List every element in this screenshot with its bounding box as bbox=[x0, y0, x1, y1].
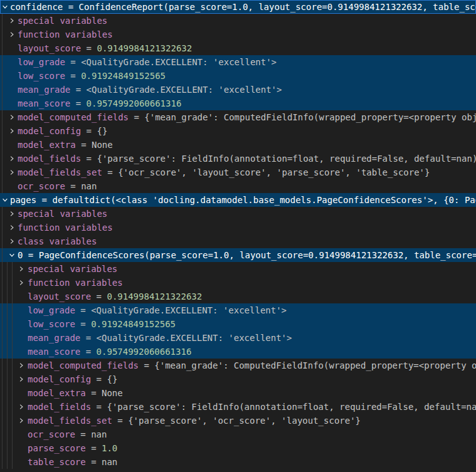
equals-separator: = bbox=[81, 43, 97, 53]
tree-row-mean_grade[interactable]: mean_grade = <QualityGrade.EXCELLENT: 'e… bbox=[0, 331, 476, 345]
row-content: layout_score = 0.9149984121322632 bbox=[0, 41, 192, 55]
tree-row-model_config[interactable]: model_config = {} bbox=[0, 372, 476, 386]
tree-row-model_config[interactable]: model_config = {} bbox=[0, 124, 476, 138]
chevron-right-icon[interactable] bbox=[7, 234, 17, 248]
chevron-right-icon[interactable] bbox=[7, 110, 17, 124]
chevron-right-icon[interactable] bbox=[7, 221, 17, 234]
tree-row-model_computed_fields[interactable]: model_computed_fields = {'mean_grade': C… bbox=[0, 110, 476, 124]
tree-row-layout_score[interactable]: layout_score = 0.9149984121322632 bbox=[0, 290, 476, 303]
chevron-right-icon[interactable] bbox=[16, 400, 26, 414]
chevron-right-icon[interactable] bbox=[16, 262, 26, 276]
tree-row-function-variables[interactable]: function variables bbox=[0, 276, 476, 290]
variable-name: model_computed_fields bbox=[18, 112, 129, 122]
indent-guide bbox=[2, 207, 3, 221]
row-content: model_computed_fields = {'mean_grade': C… bbox=[0, 359, 476, 372]
equals-separator: = bbox=[65, 71, 81, 81]
indent-guide bbox=[12, 262, 13, 276]
row-content: ocr_score = nan bbox=[0, 427, 107, 441]
indent-guide bbox=[12, 455, 13, 469]
variable-name: ocr_score bbox=[18, 181, 65, 191]
chevron-down-icon[interactable] bbox=[7, 248, 17, 262]
tree-row-confidence[interactable]: confidence = ConfidenceReport(parse_scor… bbox=[0, 0, 476, 14]
indent-guide bbox=[7, 372, 8, 386]
tree-row-pages[interactable]: pages = defaultdict(<class 'docling.data… bbox=[0, 193, 476, 207]
tree-row-special-variables[interactable]: special variables bbox=[0, 14, 476, 28]
indent-guide bbox=[2, 28, 3, 41]
tree-row-mean_grade[interactable]: mean_grade = <QualityGrade.EXCELLENT: 'e… bbox=[0, 83, 476, 97]
indent-guide bbox=[2, 248, 3, 262]
row-content: model_fields_set = {'ocr_score', 'layout… bbox=[0, 165, 430, 179]
chevron-right-icon[interactable] bbox=[16, 276, 26, 290]
tree-row-parse_score[interactable]: parse_score = 1.0 bbox=[0, 441, 476, 455]
chevron-right-icon[interactable] bbox=[7, 28, 17, 41]
tree-row-model_fields[interactable]: model_fields = {'parse_score': FieldInfo… bbox=[0, 152, 476, 165]
tree-row-ocr_score[interactable]: ocr_score = nan bbox=[0, 427, 476, 441]
tree-row-model_fields[interactable]: model_fields = {'parse_score': FieldInfo… bbox=[0, 400, 476, 414]
variable-name: model_fields_set bbox=[18, 167, 102, 177]
tree-row-mean_score[interactable]: mean_score = 0.9574992060661316 bbox=[0, 345, 476, 359]
variable-name: low_score bbox=[18, 71, 65, 81]
indent-guide bbox=[2, 97, 3, 110]
indent-guide bbox=[12, 441, 13, 455]
equals-separator: = bbox=[70, 98, 86, 108]
tree-row-model_fields_set[interactable]: model_fields_set = {'ocr_score', 'layout… bbox=[0, 165, 476, 179]
tree-row-model_extra[interactable]: model_extra = None bbox=[0, 386, 476, 400]
tree-row-table_score[interactable]: table_score = nan bbox=[0, 455, 476, 469]
indent-guide bbox=[7, 414, 8, 427]
tree-row-model_computed_fields[interactable]: model_computed_fields = {'mean_grade': C… bbox=[0, 359, 476, 372]
chevron-right-icon[interactable] bbox=[7, 152, 17, 165]
tree-row-function-variables[interactable]: function variables bbox=[0, 221, 476, 234]
indent-guide bbox=[2, 331, 3, 345]
equals-separator: = bbox=[23, 250, 38, 260]
row-content: model_extra = None bbox=[0, 138, 113, 152]
tree-row-0[interactable]: 0 = PageConfidenceScores(parse_score=1.0… bbox=[0, 248, 476, 262]
variable-name: layout_score bbox=[18, 43, 81, 53]
chevron-right-icon[interactable] bbox=[7, 207, 17, 221]
tree-row-low_score[interactable]: low_score = 0.91924849152565 bbox=[0, 69, 476, 83]
tree-row-low_score[interactable]: low_score = 0.91924849152565 bbox=[0, 317, 476, 331]
variable-value: PageConfidenceScores(parse_score=1.0, la… bbox=[39, 250, 476, 260]
chevron-right-icon[interactable] bbox=[16, 372, 26, 386]
indent-guide bbox=[7, 262, 8, 276]
tree-row-special-variables[interactable]: special variables bbox=[0, 207, 476, 221]
row-content: model_fields = {'parse_score': FieldInfo… bbox=[0, 400, 476, 414]
tree-row-low_grade[interactable]: low_grade = <QualityGrade.EXCELLENT: 'ex… bbox=[0, 303, 476, 317]
indent-guide bbox=[2, 345, 3, 359]
indent-guide bbox=[7, 455, 8, 469]
variable-name: model_computed_fields bbox=[28, 360, 139, 370]
variable-name: model_config bbox=[28, 374, 91, 384]
chevron-right-icon[interactable] bbox=[7, 165, 17, 179]
indent-guide bbox=[2, 165, 3, 179]
indent-guide bbox=[12, 276, 13, 290]
variable-value: 0.91924849152565 bbox=[91, 319, 176, 329]
equals-separator: = bbox=[75, 319, 91, 329]
variable-name: model_config bbox=[18, 126, 81, 136]
tree-row-function-variables[interactable]: function variables bbox=[0, 28, 476, 41]
tree-row-model_extra[interactable]: model_extra = None bbox=[0, 138, 476, 152]
equals-separator: = bbox=[91, 291, 107, 302]
tree-row-layout_score[interactable]: layout_score = 0.9149984121322632 bbox=[0, 41, 476, 55]
chevron-right-icon[interactable] bbox=[16, 414, 26, 427]
tree-row-model_fields_set[interactable]: model_fields_set = {'parse_score', 'ocr_… bbox=[0, 414, 476, 427]
chevron-down-icon[interactable] bbox=[0, 193, 10, 207]
indent-guide bbox=[2, 83, 3, 97]
tree-row-class-variables[interactable]: class variables bbox=[0, 234, 476, 248]
scope-label: special variables bbox=[18, 209, 107, 219]
chevron-right-icon[interactable] bbox=[7, 124, 17, 138]
chevron-down-icon[interactable] bbox=[0, 0, 10, 14]
indent-guide bbox=[2, 414, 3, 427]
variable-value: {'parse_score': FieldInfo(annotation=flo… bbox=[107, 402, 476, 412]
chevron-right-icon[interactable] bbox=[16, 359, 26, 372]
row-content: mean_score = 0.9574992060661316 bbox=[0, 345, 191, 359]
indent-guide bbox=[2, 290, 3, 303]
tree-row-low_grade[interactable]: low_grade = <QualityGrade.EXCELLENT: 'ex… bbox=[0, 55, 476, 69]
tree-row-ocr_score[interactable]: ocr_score = nan bbox=[0, 179, 476, 193]
tree-row-mean_score[interactable]: mean_score = 0.9574992060661316 bbox=[0, 97, 476, 110]
variable-value: 0.9149984121322632 bbox=[107, 291, 202, 302]
chevron-right-icon[interactable] bbox=[7, 14, 17, 28]
indent-guide bbox=[2, 69, 3, 83]
variable-value: 0.9574992060661316 bbox=[97, 347, 192, 357]
tree-row-special-variables[interactable]: special variables bbox=[0, 262, 476, 276]
scope-label: special variables bbox=[18, 16, 107, 26]
variable-value: {} bbox=[107, 374, 117, 384]
